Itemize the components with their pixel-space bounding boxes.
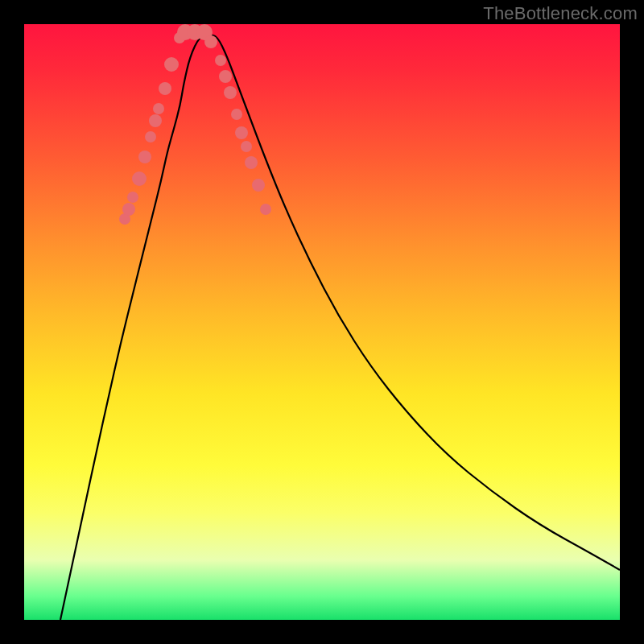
curve-markers	[119, 24, 271, 225]
curve-marker	[215, 55, 226, 66]
curve-marker	[127, 192, 138, 203]
curve-marker	[245, 156, 258, 169]
curve-marker	[231, 109, 242, 120]
curve-marker	[219, 70, 232, 83]
bottleneck-curve	[60, 35, 620, 621]
curve-marker	[159, 82, 171, 95]
curve-marker	[260, 204, 271, 215]
curve-marker	[164, 57, 179, 72]
chart-svg	[24, 24, 620, 620]
curve-marker	[235, 126, 248, 139]
curve-marker	[252, 179, 265, 192]
curve-marker	[204, 35, 217, 48]
curve-marker	[153, 103, 164, 114]
curve-marker	[132, 171, 147, 186]
curve-marker	[224, 86, 237, 99]
curve-marker	[122, 203, 135, 216]
curve-marker	[149, 114, 162, 127]
curve-marker	[241, 141, 252, 152]
chart-plot-area	[24, 24, 620, 620]
curve-marker	[145, 131, 156, 142]
watermark-text: TheBottleneck.com	[483, 3, 638, 24]
curve-marker	[138, 151, 151, 163]
